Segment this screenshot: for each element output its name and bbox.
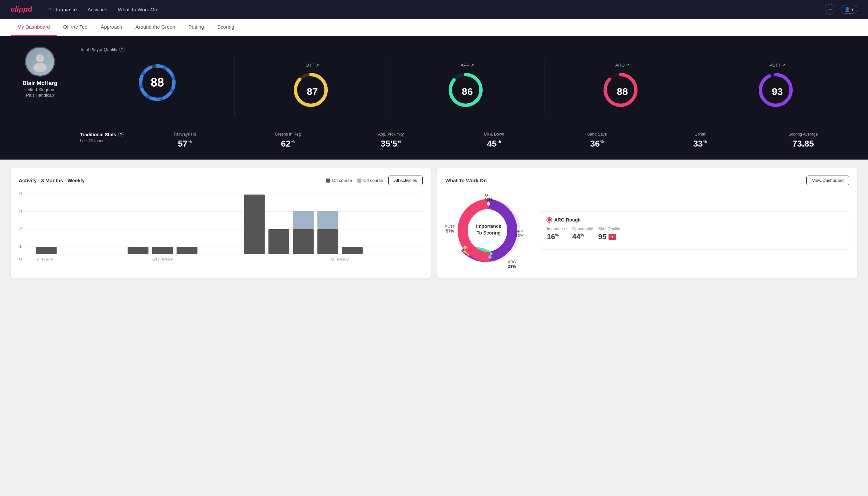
legend-on-course: On course [326, 178, 352, 183]
bottom-row: Activity - 3 Months - Weekly On course O… [0, 159, 868, 286]
app-arrow-icon: ↗ [471, 63, 474, 68]
top-nav: clippd Performance Activities What To Wo… [0, 0, 868, 19]
info-card: ARG Rough Importance 16% Opportunity 44%… [540, 212, 849, 249]
what-to-work-on-card: What To Work On View Dashboard [437, 168, 857, 278]
ic-dot-icon [547, 218, 552, 222]
bar-10-on [317, 229, 338, 254]
tab-scoring[interactable]: Scoring [211, 19, 241, 36]
legend-off-course: Off course [358, 178, 383, 183]
ring-total: 88 [137, 63, 177, 103]
donut-label-app-name: APP [516, 229, 523, 233]
svg-text:4: 4 [19, 191, 22, 196]
donut-label-putt-val: 57% [446, 229, 454, 233]
svg-text:0: 0 [19, 257, 22, 261]
bar-9-off [293, 211, 313, 229]
score-card-total: 88 [80, 57, 235, 117]
score-ott-value: 87 [307, 86, 318, 97]
svg-text:7 Feb: 7 Feb [36, 257, 53, 261]
logo: clippd [11, 5, 32, 14]
bar-9-on [293, 229, 313, 254]
activity-title: Activity - 3 Months - Weekly [19, 177, 321, 183]
traditional-stats: Traditional Stats ? Last 20 rounds Fairw… [80, 125, 855, 149]
ic-title: ARG Rough [554, 217, 581, 222]
score-label-ott: OTT ↗ [306, 63, 319, 68]
nav-right: + 👤 ▾ [825, 4, 857, 15]
svg-text:1: 1 [19, 245, 22, 248]
off-course-dot [358, 179, 361, 183]
bar-4-on [152, 247, 173, 254]
arg-arrow-icon: ↗ [626, 63, 630, 68]
tab-approach[interactable]: Approach [94, 19, 129, 36]
svg-text:28 Mar: 28 Mar [152, 257, 174, 261]
ring-arg: 88 [602, 72, 642, 112]
donut-label-putt-name: PUTT [445, 224, 455, 229]
wtwo-body: Importance To Scoring PUTT 57% OTT 10% A… [445, 190, 849, 270]
donut-chart: Importance To Scoring PUTT 57% OTT 10% A… [445, 190, 532, 270]
score-putt-value: 93 [772, 86, 783, 97]
score-label-app: APP ↗ [461, 63, 474, 68]
bar-3-on [128, 247, 148, 254]
ic-header: ARG Rough [547, 217, 842, 222]
score-card-arg: ARG ↗ 88 [545, 57, 699, 117]
trad-stats-subtitle: Last 20 rounds [80, 139, 133, 143]
player-handicap: Plus Handicap [26, 93, 54, 98]
view-dashboard-button[interactable]: View Dashboard [806, 175, 849, 185]
bar-chart: 4 3 2 1 0 [19, 190, 423, 264]
tpq-help-icon[interactable]: ? [119, 47, 125, 52]
score-total-value: 88 [151, 76, 164, 90]
tab-off-the-tee[interactable]: Off the Tee [57, 19, 94, 36]
score-label-putt: PUTT ↗ [769, 63, 785, 68]
score-card-app: APP ↗ 86 [390, 57, 545, 117]
all-activities-button[interactable]: All Activities [388, 175, 423, 185]
score-card-putt: PUTT ↗ 93 [700, 57, 855, 117]
activity-card: Activity - 3 Months - Weekly On course O… [11, 168, 431, 278]
bar-11-on [342, 247, 362, 254]
nav-activities[interactable]: Activities [88, 5, 107, 14]
score-cards: 88 OTT ↗ 87 [80, 57, 855, 117]
tpq-label: Total Player Quality [80, 47, 117, 52]
bar-0-on [36, 247, 56, 254]
bar-8-on [268, 229, 289, 254]
ic-opportunity: Opportunity 44% [572, 227, 593, 241]
player-name: Blair McHarg [23, 80, 58, 87]
nav-what-to-work-on[interactable]: What To Work On [118, 5, 157, 14]
trad-stats-label: Traditional Stats ? Last 20 rounds [80, 132, 133, 143]
add-button[interactable]: + [825, 4, 835, 15]
score-arg-value: 88 [617, 86, 628, 97]
donut-label-ott-val: 10% [485, 198, 493, 202]
svg-point-1 [33, 63, 47, 72]
ic-shot-quality: Shot Quality 95 ▼ [598, 227, 620, 241]
stat-sand-save: Sand Save 36% [546, 132, 648, 149]
donut-center-line1: Importance [476, 223, 501, 229]
stat-fairways-hit: Fairways Hit 57% [133, 132, 236, 149]
donut-center-line2: To Scoring [477, 230, 501, 235]
donut-label-arg-val: 21% [508, 264, 516, 269]
svg-point-0 [36, 54, 44, 62]
donut-label-ott-name: OTT [485, 193, 492, 197]
score-label-arg: ARG ↗ [615, 63, 629, 68]
putt-arrow-icon: ↗ [782, 63, 785, 68]
trad-help-icon[interactable]: ? [118, 132, 124, 137]
ring-ott: 87 [293, 72, 332, 112]
on-course-dot [326, 179, 330, 183]
tab-my-dashboard[interactable]: My Dashboard [11, 19, 57, 36]
player-info: Blair McHarg United Kingdom Plus Handica… [13, 47, 67, 98]
ott-arrow-icon: ↗ [316, 63, 319, 68]
ic-importance: Importance 16% [547, 227, 567, 241]
ring-putt: 93 [757, 72, 798, 112]
avatar [25, 47, 55, 77]
stat-items: Fairways Hit 57% Greens In Reg 62% App. … [133, 132, 855, 149]
donut-label-arg-name: ARG [508, 260, 516, 264]
score-app-value: 86 [462, 86, 473, 97]
stat-1putt: 1 Putt 33% [648, 132, 752, 149]
bar-7-on [244, 195, 265, 254]
tab-putting[interactable]: Putting [182, 19, 211, 36]
donut-chart-container: Importance To Scoring PUTT 57% OTT 10% A… [445, 190, 532, 270]
user-menu-button[interactable]: 👤 ▾ [841, 5, 857, 14]
nav-performance[interactable]: Performance [48, 5, 77, 14]
donut-label-app-val: 12% [515, 233, 523, 238]
tab-around-the-green[interactable]: Around the Green [129, 19, 182, 36]
shot-quality-badge: ▼ [609, 234, 617, 240]
stat-up-down: Up & Down 45% [442, 132, 545, 149]
tabs-bar: My Dashboard Off the Tee Approach Around… [0, 19, 868, 36]
